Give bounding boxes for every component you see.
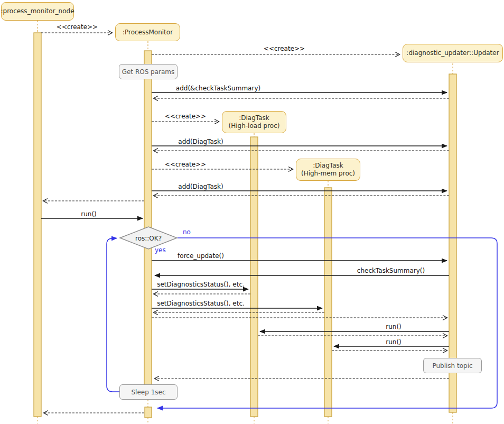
note-label: Get ROS params	[122, 68, 175, 76]
participant-sublabel: (High-load proc)	[229, 122, 280, 130]
message-label-run-task1: run()	[386, 323, 402, 330]
note-publish-topic: Publish topic	[423, 358, 482, 373]
message-label-checktasksummary: checkTaskSummary()	[357, 267, 425, 274]
participant-sublabel: (High-mem proc)	[301, 170, 355, 178]
message-label-add-checktasksummary: add(&checkTaskSummary)	[176, 85, 260, 92]
participant-label: :diagnostic_updater::Updater	[406, 49, 499, 57]
branch-yes-label: yes	[155, 246, 166, 254]
branch-no-label: no	[183, 228, 191, 236]
message-label-add-diagtask-2: add(DiagTask)	[178, 183, 223, 190]
note-label: Publish topic	[432, 362, 472, 370]
note-label: Sleep 1sec	[131, 389, 165, 396]
participant-process-monitor-node: :process_monitor_node	[1, 2, 74, 21]
message-label-create-diagtask-mem: <<create>>	[165, 161, 206, 168]
message-label-add-diagtask-1: add(DiagTask)	[178, 138, 223, 145]
message-label-create-diagtask-load: <<create>>	[165, 113, 206, 120]
activation-diagtask-mem	[324, 188, 332, 417]
participant-diagtask-high-mem: :DiagTask (High-mem proc)	[296, 159, 360, 181]
loop-back-path	[107, 238, 119, 392]
message-label-setdiagnosticsstatus-1: setDiagnosticsStatus(), etc.	[157, 281, 245, 288]
activation-process-monitor-node	[34, 33, 41, 417]
activation-diagtask-load	[250, 137, 258, 417]
participant-label: :DiagTask	[239, 114, 269, 122]
lifeline-dashes	[38, 21, 453, 423]
loop-paths	[107, 238, 497, 408]
message-label-run-main: run()	[81, 210, 97, 218]
message-label-setdiagnosticsstatus-2: setDiagnosticsStatus(), etc.	[157, 300, 245, 307]
message-label-run-task2: run()	[386, 338, 402, 346]
participant-label: :ProcessMonitor	[123, 29, 173, 36]
message-label-create-updater: <<create>>	[264, 45, 305, 52]
participant-diagnostic-updater: :diagnostic_updater::Updater	[403, 44, 503, 62]
sequence-diagram: :process_monitor_node :ProcessMonitor :d…	[0, 0, 504, 424]
activation-processmonitor-tail	[145, 407, 152, 418]
message-label-force-update: force_update()	[178, 252, 224, 260]
note-sleep-1sec: Sleep 1sec	[119, 384, 178, 400]
participant-diagtask-high-load: :DiagTask (High-load proc)	[222, 111, 286, 133]
decision-label: ros::OK?	[135, 235, 162, 242]
participant-label: :process_monitor_node	[1, 7, 74, 15]
participant-label: :DiagTask	[313, 162, 343, 170]
activation-processmonitor	[144, 51, 152, 392]
message-label-create-processmonitor: <<create>>	[57, 23, 98, 31]
note-get-ros-params: Get ROS params	[119, 64, 178, 79]
participant-processmonitor: :ProcessMonitor	[115, 23, 180, 41]
